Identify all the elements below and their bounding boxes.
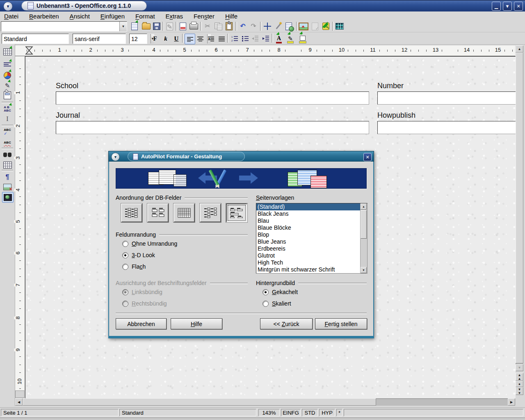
print-button[interactable] <box>189 21 199 31</box>
dialog-close-button[interactable]: ✕ <box>363 153 372 161</box>
data-sources-button[interactable] <box>335 21 345 31</box>
insert-object-button[interactable] <box>2 71 13 80</box>
font-size-combobox[interactable]: ▼ <box>129 34 147 44</box>
list-item[interactable]: Blau <box>256 217 367 224</box>
undo-button[interactable]: ↶ <box>238 21 248 31</box>
justify-button[interactable] <box>217 34 226 43</box>
bold-button[interactable]: F <box>150 34 160 43</box>
align-right-button[interactable] <box>206 34 216 43</box>
page-styles-listbox[interactable]: (Standard) Black Jeans Blau Blaue Blöcke… <box>256 203 368 274</box>
list-item[interactable]: Blaue Blöcke <box>256 224 367 231</box>
list-item[interactable]: Erdbeereis <box>256 245 367 252</box>
save-button[interactable] <box>152 21 162 31</box>
menu-ansicht[interactable]: Ansicht <box>70 13 90 20</box>
url-input[interactable] <box>1 22 119 31</box>
help-button[interactable]: Hilfe <box>171 318 222 329</box>
open-button[interactable] <box>141 21 151 31</box>
status-insert-mode[interactable]: EINFG <box>281 409 301 416</box>
status-selection-mode[interactable]: STD <box>302 409 318 416</box>
status-zoom[interactable]: 143% <box>258 409 280 416</box>
scroll-up-button[interactable]: ▲ <box>361 203 367 210</box>
hyperlink-button[interactable] <box>284 21 294 31</box>
draw-functions-button[interactable]: ✎ <box>2 80 13 90</box>
new-document-button[interactable] <box>130 21 139 31</box>
arrangement-blocks-button[interactable] <box>226 203 247 222</box>
indent-marker-icon[interactable] <box>25 46 33 55</box>
menu-fenster[interactable]: Fenster <box>194 13 215 20</box>
previous-page-button[interactable]: ▲▲ <box>516 373 523 381</box>
form-text-field-number[interactable] <box>377 91 516 105</box>
url-combobox[interactable]: ▼ <box>1 21 127 32</box>
list-item[interactable]: Glutrot <box>256 252 367 259</box>
radio-scaled[interactable]: Skaliert <box>262 300 291 307</box>
gallery-button[interactable] <box>299 21 308 31</box>
menu-bearbeiten[interactable]: Bearbeiten <box>29 13 59 20</box>
numbered-list-button[interactable]: 12 <box>230 34 240 43</box>
radio-tiled[interactable]: Gekachelt <box>262 289 298 295</box>
list-item[interactable]: High Tech <box>256 259 367 266</box>
scroll-down-button[interactable]: ▼ <box>361 267 367 273</box>
highlighting-button[interactable]: ✎ <box>285 34 295 43</box>
back-button[interactable]: << Zurück <box>260 318 313 329</box>
underline-button[interactable]: U <box>171 34 181 43</box>
menu-datei[interactable]: Datei <box>4 13 18 20</box>
minimize-button[interactable]: ▁ <box>492 2 501 11</box>
list-item[interactable]: Mintgrün mit schwarzer Schrift <box>256 266 367 273</box>
url-dropdown-button[interactable]: ▼ <box>119 22 127 31</box>
form-text-field-howpublish[interactable] <box>377 121 516 134</box>
list-item[interactable]: (Standard) <box>256 203 367 210</box>
window-menu-button[interactable]: ▼ <box>3 2 13 11</box>
increase-indent-button[interactable] <box>261 34 271 43</box>
list-item[interactable]: Blue Jeans <box>256 238 367 245</box>
export-pdf-button[interactable] <box>178 21 188 31</box>
font-name-combobox[interactable]: ▼ <box>73 34 126 44</box>
menu-hilfe[interactable]: Hilfe <box>225 13 237 20</box>
navigation-button[interactable]: ● <box>516 381 523 387</box>
nonprinting-characters-button[interactable]: ¶ <box>2 172 13 182</box>
radio-3d-look[interactable]: 3-D Look <box>122 252 155 258</box>
autopilot-button[interactable] <box>273 21 283 31</box>
form-text-field-journal[interactable] <box>56 121 369 134</box>
arrangement-columns-labels-top-button[interactable] <box>147 203 169 222</box>
navigator-button[interactable] <box>262 21 272 31</box>
close-button[interactable]: ✕ <box>514 2 523 11</box>
shade-button[interactable]: ▼ <box>503 2 512 11</box>
dialog-titlebar[interactable]: ▼ AutoPilot Formular - Gestaltung ✕ <box>108 151 374 162</box>
menu-format[interactable]: Format <box>135 13 155 20</box>
find-replace-button[interactable] <box>2 150 13 160</box>
form-text-field-school[interactable] <box>56 91 369 105</box>
list-item[interactable]: Black Jeans <box>256 210 367 217</box>
scroll-left-button[interactable]: ◀ <box>15 398 23 406</box>
paragraph-style-input[interactable] <box>2 34 80 43</box>
menu-einfuegen[interactable]: Einfügen <box>100 13 125 20</box>
next-page-button[interactable]: ▼▼ <box>516 387 523 395</box>
horizontal-ruler[interactable]: 1 2 3 4 5 6 7 8 9 10 11 12 13 14 15 <box>15 46 515 56</box>
arrangement-as-table-button[interactable] <box>173 203 195 222</box>
vertical-ruler[interactable]: 1 2 3 4 5 6 7 8 9 10 <box>15 56 25 390</box>
autospellcheck-button[interactable]: ABC <box>2 138 13 148</box>
dialog-menu-button[interactable]: ▼ <box>111 153 120 161</box>
status-page-style[interactable]: Standard <box>119 409 256 416</box>
status-page[interactable]: Seite 1 / 1 <box>1 409 119 416</box>
paste-button[interactable] <box>224 21 234 31</box>
arrangement-current-layout-button[interactable] <box>200 203 221 222</box>
radio-flat[interactable]: Flach <box>122 263 146 270</box>
paragraph-style-combobox[interactable]: ▼ <box>2 34 69 44</box>
background-color-button[interactable] <box>298 34 308 43</box>
menu-extras[interactable]: Extras <box>166 13 183 20</box>
scroll-right-button[interactable]: ▶ <box>508 398 515 406</box>
scrollbar-thumb[interactable] <box>361 210 367 239</box>
list-item[interactable]: Blop <box>256 231 367 238</box>
finish-button[interactable]: Fertig stellen <box>315 318 367 329</box>
font-color-button[interactable]: A <box>274 34 284 43</box>
status-hyperlink-mode[interactable]: HYP <box>319 409 335 416</box>
align-center-button[interactable] <box>195 34 205 43</box>
italic-button[interactable]: k <box>161 34 171 43</box>
autotext-button[interactable]: A BABC <box>2 104 13 114</box>
listbox-scrollbar[interactable]: ▲ ▼ <box>360 203 367 273</box>
bookmark-button[interactable] <box>321 21 331 31</box>
insert-fields-button[interactable] <box>2 61 13 71</box>
radio-no-border[interactable]: Ohne Umrandung <box>122 240 177 247</box>
scroll-up-button[interactable]: ▲ <box>516 46 523 52</box>
form-functions-button[interactable] <box>2 90 13 100</box>
